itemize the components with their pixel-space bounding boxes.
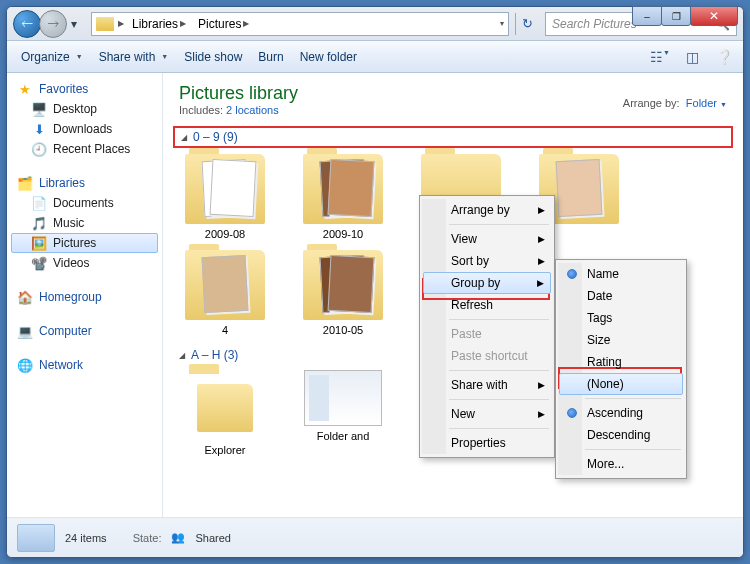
sidebar-item-desktop[interactable]: 🖥️Desktop [11, 99, 158, 119]
folder-item[interactable]: 2010-05 [293, 250, 393, 336]
context-submenu-groupby: Name Date Tags Size Rating (None) Ascend… [555, 259, 687, 479]
explorer-window: 🡐 🡒 ▾ ▶ Libraries ▶ Pictures ▶ ▾ ↻ Searc… [6, 6, 744, 558]
state-value: Shared [195, 532, 230, 544]
radio-icon [567, 269, 577, 279]
search-placeholder: Search Pictures [552, 17, 637, 31]
forward-button: 🡒 [39, 10, 67, 38]
ctx-share-with[interactable]: Share with▶ [423, 374, 551, 396]
folder-label: 2009-08 [205, 228, 245, 240]
sidebar-item-music[interactable]: 🎵Music [11, 213, 158, 233]
ctx-arrange-by[interactable]: Arrange by▶ [423, 199, 551, 221]
share-with-button[interactable]: Share with▼ [93, 46, 175, 68]
ctx-group-more[interactable]: More... [559, 453, 683, 475]
preview-pane-button[interactable]: ◫ [681, 49, 703, 65]
state-label: State: [133, 532, 162, 544]
view-options-button[interactable]: ☷ ▼ [649, 49, 671, 65]
ctx-properties[interactable]: Properties [423, 432, 551, 454]
address-bar[interactable]: ▶ Libraries ▶ Pictures ▶ ▾ [91, 12, 509, 36]
library-includes: Includes: 2 locations [179, 104, 298, 116]
command-bar: Organize▼ Share with▼ Slide show Burn Ne… [7, 41, 743, 73]
libraries-icon: 🗂️ [17, 175, 33, 191]
navigation-pane: ★Favorites 🖥️Desktop ⬇Downloads 🕘Recent … [7, 73, 163, 517]
folder-item[interactable]: 2009-08 [175, 154, 275, 240]
folder-item[interactable]: 2009-10 [293, 154, 393, 240]
radio-icon [567, 408, 577, 418]
folder-label: 4 [222, 324, 228, 336]
maximize-button[interactable]: ❐ [661, 6, 691, 26]
folder-icon [96, 17, 114, 31]
ctx-group-size[interactable]: Size [559, 329, 683, 351]
slideshow-button[interactable]: Slide show [178, 46, 248, 68]
sidebar-item-pictures[interactable]: 🖼️Pictures [11, 233, 158, 253]
library-title: Pictures library [179, 83, 298, 104]
shared-icon: 👥 [171, 531, 185, 544]
ctx-refresh[interactable]: Refresh [423, 294, 551, 316]
file-label: Explorer [205, 444, 246, 456]
item-count: 24 items [65, 532, 107, 544]
sidebar-item-network[interactable]: 🌐Network [11, 355, 158, 375]
ctx-view[interactable]: View▶ [423, 228, 551, 250]
ctx-paste: Paste [423, 323, 551, 345]
ctx-group-ascending[interactable]: Ascending [559, 402, 683, 424]
nav-history-dropdown[interactable]: ▾ [67, 10, 81, 38]
status-bar: 24 items State: 👥 Shared [7, 517, 743, 557]
favorites-group[interactable]: ★Favorites [11, 79, 158, 99]
minimize-button[interactable]: – [632, 6, 662, 26]
ctx-group-rating[interactable]: Rating [559, 351, 683, 373]
back-button[interactable]: 🡐 [13, 10, 41, 38]
ctx-group-by[interactable]: Group by▶ [423, 272, 551, 294]
address-dropdown[interactable]: ▾ [500, 19, 504, 28]
folder-item[interactable]: 4 [175, 250, 275, 336]
group-header-0-9[interactable]: ◢ 0 – 9 (9) [173, 126, 733, 148]
file-item[interactable]: Folder and [293, 370, 393, 456]
burn-button[interactable]: Burn [252, 46, 289, 68]
sidebar-item-videos[interactable]: 📽️Videos [11, 253, 158, 273]
file-item[interactable]: Explorer [175, 370, 275, 456]
help-button[interactable]: ❔ [713, 49, 735, 65]
status-icon [17, 524, 55, 552]
locations-link[interactable]: 2 locations [226, 104, 279, 116]
arrange-by[interactable]: Arrange by: Folder ▼ [623, 83, 727, 109]
sidebar-item-homegroup[interactable]: 🏠Homegroup [11, 287, 158, 307]
file-label: Folder and [317, 430, 370, 442]
ctx-group-tags[interactable]: Tags [559, 307, 683, 329]
new-folder-button[interactable]: New folder [294, 46, 363, 68]
breadcrumb-pictures[interactable]: Pictures ▶ [194, 15, 253, 33]
sidebar-item-documents[interactable]: 📄Documents [11, 193, 158, 213]
breadcrumb-libraries[interactable]: Libraries ▶ [128, 15, 190, 33]
collapse-icon: ◢ [179, 351, 185, 360]
chevron-right-icon[interactable]: ▶ [118, 19, 124, 28]
folder-label: 2010-05 [323, 324, 363, 336]
ctx-group-name[interactable]: Name [559, 263, 683, 285]
ctx-sort-by[interactable]: Sort by▶ [423, 250, 551, 272]
collapse-icon: ◢ [181, 133, 187, 142]
sidebar-item-recent[interactable]: 🕘Recent Places [11, 139, 158, 159]
ctx-new[interactable]: New▶ [423, 403, 551, 425]
close-button[interactable]: ✕ [690, 6, 738, 26]
libraries-group[interactable]: 🗂️Libraries [11, 173, 158, 193]
sidebar-item-computer[interactable]: 💻Computer [11, 321, 158, 341]
folder-label: 2009-10 [323, 228, 363, 240]
ctx-group-descending[interactable]: Descending [559, 424, 683, 446]
star-icon: ★ [17, 81, 33, 97]
sidebar-item-downloads[interactable]: ⬇Downloads [11, 119, 158, 139]
content-pane: Pictures library Includes: 2 locations A… [163, 73, 743, 517]
ctx-group-date[interactable]: Date [559, 285, 683, 307]
organize-button[interactable]: Organize▼ [15, 46, 89, 68]
ctx-group-none[interactable]: (None) [559, 373, 683, 395]
refresh-button[interactable]: ↻ [515, 13, 539, 35]
ctx-paste-shortcut: Paste shortcut [423, 345, 551, 367]
context-menu: Arrange by▶ View▶ Sort by▶ Group by▶ Ref… [419, 195, 555, 458]
